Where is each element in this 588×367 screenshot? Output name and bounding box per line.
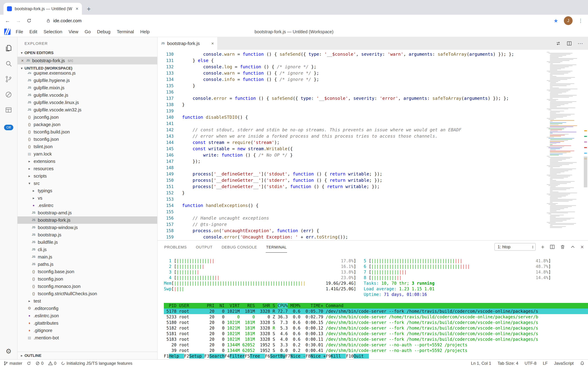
minimap[interactable]	[547, 50, 583, 240]
editor-tab[interactable]: JS bootstrap-fork.js ×	[157, 37, 218, 50]
tree-file-gulpfile-hygiene-js[interactable]: JSgulpfile.hygiene.js	[17, 77, 157, 84]
panel-tab-debug-console[interactable]: DEBUG CONSOLE	[221, 241, 257, 253]
tree-file-bootstrap-amd-js[interactable]: JSbootstrap-amd.js	[17, 209, 157, 217]
menu-help[interactable]: Help	[137, 29, 153, 34]
address-bar[interactable]: ide.coder.com	[37, 18, 548, 24]
browser-menu-icon[interactable]: ⋮	[578, 18, 583, 24]
eol-sequence[interactable]: LF	[543, 361, 548, 366]
tree-file-buildfile-js[interactable]: JSbuildfile.js	[17, 239, 157, 246]
tree-folder-test[interactable]: ▸test	[17, 297, 157, 305]
indentation[interactable]: Tab Size: 4	[497, 361, 518, 366]
tree-file-tsconfig-build-json[interactable]: {}tsconfig.build.json	[17, 128, 157, 135]
kill-terminal-button[interactable]	[560, 244, 565, 249]
status-message[interactable]: Initializing JS/TS language features	[61, 361, 132, 366]
tree-file--mention-bot[interactable]: ▤.mention-bot	[17, 334, 157, 342]
warning-count[interactable]: 0	[48, 361, 56, 366]
code-lines[interactable]: 130 console.warn = function () { safeSen…	[157, 50, 547, 240]
tree-folder-resources[interactable]: ▸resources	[17, 165, 157, 172]
open-editors-header[interactable]: ▾ OPEN EDITORS	[17, 49, 157, 57]
menu-debug[interactable]: Debug	[94, 29, 114, 34]
tree-file-gulpfile-vscode-js[interactable]: JSgulpfile.vscode.js	[17, 92, 157, 99]
tree-folder-typings[interactable]: ▸typings	[17, 187, 157, 194]
tree-file-gulpfile-vscode-linux-js[interactable]: JSgulpfile.vscode.linux.js	[17, 99, 157, 106]
tree-file-paths-js[interactable]: JSpaths.js	[17, 260, 157, 268]
bookmark-star-icon[interactable]: ★	[554, 18, 558, 24]
menu-terminal[interactable]: Terminal	[114, 29, 137, 34]
tree-file-tsconfig-strictnullchecks-json[interactable]: {}tsconfig.strictNullChecks.json	[17, 290, 157, 297]
tab-close-icon[interactable]: ×	[76, 6, 78, 11]
git-branch-indicator[interactable]: master	[3, 361, 22, 366]
terminal-output[interactable]: 1 [||||||||||||||| 17.8%] 5 [|||||||||||…	[157, 253, 588, 359]
explorer-icon[interactable]	[0, 41, 17, 56]
tree-folder-src[interactable]: ▾src	[17, 180, 157, 187]
tree-file-tslint-json[interactable]: {}tslint.json	[17, 143, 157, 150]
tree-file--eslintrc-json[interactable]: ●.eslintrc.json	[17, 312, 157, 319]
menu-file[interactable]: File	[13, 29, 26, 34]
tree-file-yarn-lock[interactable]: ▤yarn.lock	[17, 150, 157, 158]
menu-selection[interactable]: Selection	[41, 29, 66, 34]
language-mode[interactable]: JavaScript	[554, 361, 574, 366]
settings-gear-icon[interactable]: ⚙	[6, 347, 12, 355]
error-count[interactable]: 0	[35, 361, 43, 366]
tree-folder-vs[interactable]: ▸vs	[17, 194, 157, 202]
reload-icon[interactable]	[27, 18, 32, 23]
tree-file-bootstrap-window-js[interactable]: JSbootstrap-window.js	[17, 224, 157, 231]
menu-edit[interactable]: Edit	[26, 29, 41, 34]
panel-tab-problems[interactable]: PROBLEMS	[164, 241, 187, 253]
tree-file-gulpfile-mixin-js[interactable]: JSgulpfile.mixin.js	[17, 84, 157, 92]
tree-file-bootstrap-js[interactable]: JSbootstrap.js	[17, 231, 157, 239]
cursor-position[interactable]: Ln 1, Col 1	[471, 361, 491, 366]
tree-file-tsconfig-base-json[interactable]: {}tsconfig.base.json	[17, 268, 157, 275]
split-terminal-button[interactable]	[550, 244, 555, 250]
search-icon[interactable]	[0, 56, 17, 71]
tree-file-main-js[interactable]: JSmain.js	[17, 253, 157, 260]
source-control-icon[interactable]	[0, 71, 17, 87]
outline-header[interactable]: ▸ OUTLINE	[17, 352, 157, 359]
open-editor-item[interactable]: × JS bootstrap-fork.js src	[17, 57, 157, 64]
tree-file-tsconfig-json[interactable]: {}tsconfig.json	[17, 275, 157, 283]
back-icon[interactable]: ←	[5, 18, 10, 23]
tree-file-tsconfig-json[interactable]: {}tsconfig.json	[17, 135, 157, 143]
notifications-bell-icon[interactable]	[580, 361, 585, 366]
coder-logo[interactable]	[4, 29, 10, 35]
tree-folder-scripts[interactable]: ▸scripts	[17, 172, 157, 180]
panel-tab-terminal[interactable]: TERMINAL	[266, 241, 287, 253]
tree-folder-extensions[interactable]: ▸extensions	[17, 158, 157, 165]
tree-file--editorconfig[interactable]: ⚙.editorconfig	[17, 305, 157, 312]
editor-scrollbar[interactable]	[583, 50, 588, 240]
close-icon[interactable]: ×	[20, 58, 25, 63]
terminal-selector[interactable]: 1: htop ▴▾	[494, 243, 536, 251]
menu-go[interactable]: Go	[82, 29, 94, 34]
forward-icon[interactable]: →	[16, 18, 21, 23]
open-changes-icon[interactable]	[555, 41, 561, 46]
split-editor-icon[interactable]	[567, 41, 572, 46]
tree-file-gulpfile-extensions-js[interactable]: JSgulpfile.extensions.js	[17, 72, 157, 77]
new-terminal-button[interactable]: +	[541, 244, 544, 250]
close-panel-button[interactable]: ×	[580, 244, 584, 250]
more-actions-icon[interactable]: ⋯	[578, 41, 583, 46]
avatar[interactable]: J	[564, 16, 573, 25]
tree-file-gulpfile-vscode-win32-js[interactable]: JSgulpfile.vscode.win32.js	[17, 106, 157, 113]
browser-tab[interactable]: bootstrap-fork.js — Untitled (W ×	[3, 3, 82, 15]
scrollbar-thumb[interactable]	[584, 157, 587, 187]
new-tab-button[interactable]: +	[87, 6, 91, 12]
workspace-header[interactable]: ▾ UNTITLED (WORKSPACE)	[17, 64, 157, 72]
menu-view[interactable]: View	[66, 29, 82, 34]
url-text[interactable]: ide.coder.com	[53, 18, 82, 24]
tree-file-bootstrap-fork-js[interactable]: JSbootstrap-fork.js	[17, 217, 157, 224]
maximize-panel-button[interactable]	[570, 244, 575, 249]
circle-slash-icon[interactable]	[0, 87, 17, 102]
tree-file-cli-js[interactable]: JScli.js	[17, 246, 157, 253]
layout-icon[interactable]	[0, 102, 17, 118]
panel-tab-output[interactable]: OUTPUT	[196, 241, 213, 253]
tree-file-tsconfig-monaco-json[interactable]: {}tsconfig.monaco.json	[17, 283, 157, 290]
tab-close-icon[interactable]: ×	[211, 41, 214, 46]
offline-toggle-badge[interactable]: Off	[4, 125, 13, 130]
tree-file--eslintrc[interactable]: ●.eslintrc	[17, 202, 157, 209]
tree-file-package-json[interactable]: {}package.json	[17, 121, 157, 128]
tree-file--gitignore[interactable]: ♦.gitignore	[17, 327, 157, 334]
tree-file--gitattributes[interactable]: ♦.gitattributes	[17, 319, 157, 327]
encoding[interactable]: UTF-8	[525, 361, 537, 366]
tree-file-jsconfig-json[interactable]: {}jsconfig.json	[17, 113, 157, 121]
sync-button[interactable]	[27, 361, 31, 366]
